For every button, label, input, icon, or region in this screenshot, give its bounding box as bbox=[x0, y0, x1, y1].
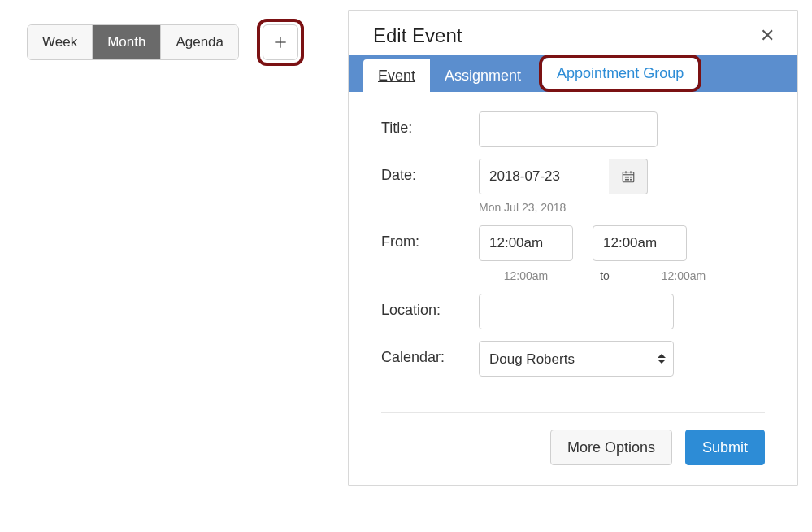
appointment-group-highlight: Appointment Group bbox=[539, 55, 701, 92]
time-start-readable: 12:00am bbox=[479, 269, 573, 282]
calendar-label: Calendar: bbox=[381, 341, 479, 366]
time-sep: to bbox=[593, 269, 617, 282]
svg-point-8 bbox=[630, 177, 631, 177]
close-icon: ✕ bbox=[760, 25, 775, 46]
date-picker-button[interactable] bbox=[609, 159, 648, 194]
time-end-readable: 12:00am bbox=[636, 269, 731, 282]
time-end-input[interactable] bbox=[593, 225, 687, 261]
date-input[interactable] bbox=[479, 159, 609, 194]
tab-assignment[interactable]: Assignment bbox=[430, 59, 536, 92]
location-input[interactable] bbox=[479, 294, 674, 329]
dialog-body: Title: Date: bbox=[349, 92, 797, 401]
view-segmented-control: Week Month Agenda bbox=[27, 24, 239, 60]
view-agenda-button[interactable]: Agenda bbox=[160, 25, 238, 59]
svg-point-9 bbox=[625, 179, 626, 180]
from-label: From: bbox=[381, 225, 479, 251]
dialog-footer: More Options Submit bbox=[381, 412, 765, 485]
date-label: Date: bbox=[381, 159, 479, 184]
title-label: Title: bbox=[381, 111, 479, 137]
app-frame: Week Month Agenda Edit Event ✕ Event Ass… bbox=[2, 2, 810, 530]
date-readable: Mon Jul 23, 2018 bbox=[479, 201, 765, 214]
add-event-button[interactable] bbox=[263, 24, 298, 60]
dialog-tablist: Event Assignment Appointment Group bbox=[349, 55, 797, 92]
plus-icon bbox=[272, 34, 289, 50]
close-button[interactable]: ✕ bbox=[755, 24, 779, 48]
edit-event-dialog: Edit Event ✕ Event Assignment Appointmen… bbox=[348, 10, 798, 486]
calendar-select[interactable]: Doug Roberts bbox=[479, 341, 674, 377]
dialog-title: Edit Event bbox=[373, 24, 462, 47]
add-event-highlight bbox=[257, 19, 304, 66]
tab-event[interactable]: Event bbox=[363, 59, 430, 92]
calendar-toolbar: Week Month Agenda bbox=[27, 19, 304, 66]
svg-point-6 bbox=[625, 177, 626, 177]
time-start-input[interactable] bbox=[479, 225, 573, 261]
submit-button[interactable]: Submit bbox=[685, 430, 765, 465]
calendar-icon bbox=[621, 169, 636, 184]
title-input[interactable] bbox=[479, 111, 658, 147]
svg-point-7 bbox=[627, 177, 628, 177]
location-label: Location: bbox=[381, 294, 479, 319]
tab-appointment-group[interactable]: Appointment Group bbox=[542, 58, 698, 89]
svg-point-10 bbox=[627, 179, 628, 180]
svg-point-11 bbox=[630, 179, 631, 180]
view-week-button[interactable]: Week bbox=[28, 25, 92, 59]
more-options-button[interactable]: More Options bbox=[550, 430, 672, 465]
view-month-button[interactable]: Month bbox=[92, 25, 160, 59]
